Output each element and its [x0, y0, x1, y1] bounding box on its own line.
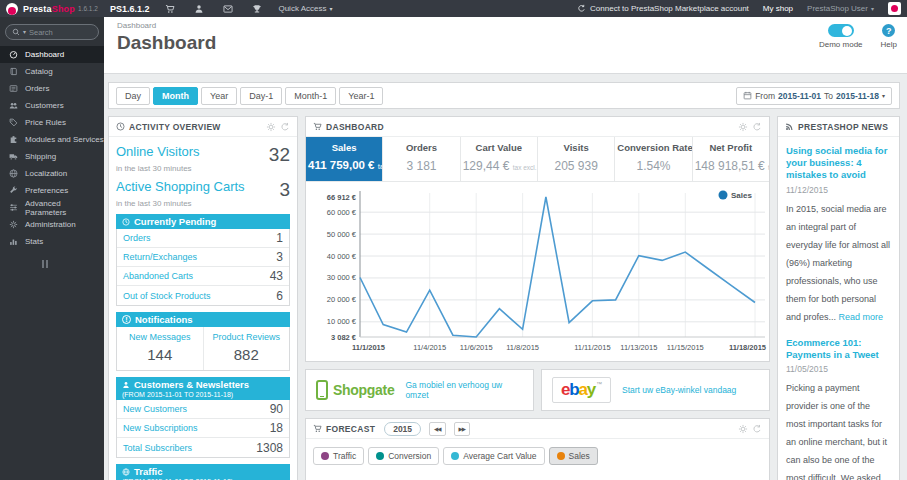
search-input[interactable] — [29, 28, 81, 37]
sidebar-item-modules-and-services[interactable]: Modules and Services — [0, 131, 104, 148]
cart-icon[interactable] — [165, 4, 175, 14]
gear-icon[interactable] — [266, 122, 276, 132]
row-label[interactable]: Out of Stock Products — [123, 291, 211, 301]
top-bar: PrestaShop 1.6.1.2 PS1.6.1.2 Quick Acces… — [0, 0, 907, 17]
online-visitors-label[interactable]: Online Visitors — [116, 144, 200, 159]
sidebar-item-stats[interactable]: Stats — [0, 233, 104, 250]
breadcrumb[interactable]: Dashboard — [117, 21, 907, 30]
ebay-banner[interactable]: ebay™ Start uw eBay-winkel vandaag — [541, 369, 770, 411]
row-label[interactable]: New Subscriptions — [123, 423, 198, 433]
legend-sales-button[interactable]: Sales — [549, 447, 598, 465]
shopgate-logo: Shopgate — [316, 380, 394, 400]
article-title[interactable]: Ecommerce 101: Payments in a Tweet — [786, 337, 891, 361]
sidebar-item-label: Shipping — [25, 152, 56, 161]
tab-year-1[interactable]: Year-1 — [339, 87, 383, 105]
kpi-visits[interactable]: Visits205 939 — [538, 137, 615, 181]
tab-day[interactable]: Day — [116, 87, 150, 105]
shopgate-link[interactable]: Ga mobiel en verhoog uw omzet — [405, 380, 523, 400]
legend-average-cart-value-button[interactable]: Average Cart Value — [443, 447, 544, 465]
sidebar-search[interactable]: ▾ — [5, 24, 99, 40]
read-more-link[interactable]: Read more — [839, 312, 884, 322]
brand-name[interactable]: PrestaShop — [23, 4, 75, 14]
sidebar-item-dashboard[interactable]: Dashboard — [0, 46, 104, 63]
sidebar-item-customers[interactable]: Customers — [0, 97, 104, 114]
legend-traffic-button[interactable]: Traffic — [313, 447, 364, 465]
active-carts-label[interactable]: Active Shopping Carts — [116, 179, 245, 194]
panel-title: ACTIVITY OVERVIEW — [129, 122, 221, 132]
sidebar-item-label: Localization — [25, 169, 67, 178]
row-label[interactable]: Return/Exchanges — [123, 252, 197, 262]
tab-day-1[interactable]: Day-1 — [240, 87, 282, 105]
sidebar-item-preferences[interactable]: Preferences — [0, 182, 104, 199]
gear-icon[interactable] — [738, 122, 748, 132]
refresh-icon[interactable] — [752, 424, 762, 434]
sidebar-item-label: Dashboard — [25, 50, 64, 59]
panel-title: FORECAST — [326, 424, 375, 434]
refresh-icon[interactable] — [752, 122, 762, 132]
online-visitors-value: 32 — [269, 144, 290, 166]
svg-text:30 000 €: 30 000 € — [327, 273, 357, 282]
people-icon — [9, 101, 18, 110]
cart-icon — [313, 122, 322, 131]
sidebar-item-advanced-parameters[interactable]: Advanced Parameters — [0, 199, 104, 216]
legend-conversion-button[interactable]: Conversion — [368, 447, 439, 465]
shopgate-banner[interactable]: Shopgate Ga mobiel en verhoog uw omzet — [305, 369, 534, 411]
tab-month-1[interactable]: Month-1 — [285, 87, 336, 105]
trophy-icon[interactable] — [252, 4, 262, 14]
demo-mode-toggle[interactable] — [828, 24, 854, 37]
sidebar-item-localization[interactable]: Localization — [0, 165, 104, 182]
cell-label[interactable]: Product Reviews — [204, 332, 290, 342]
envelope-icon[interactable] — [223, 4, 233, 14]
user-menu[interactable]: PrestaShop User▾ — [807, 4, 874, 13]
kpi-net-profit[interactable]: Net Profit148 918,51 € tax excl. — [693, 137, 769, 181]
employee-icon[interactable] — [194, 4, 204, 14]
forecast-year[interactable]: 2015 — [384, 422, 421, 436]
article-title[interactable]: Using social media for your business: 4 … — [786, 145, 891, 181]
tab-month[interactable]: Month — [153, 87, 198, 105]
sidebar-item-administration[interactable]: Administration — [0, 216, 104, 233]
rss-icon — [785, 122, 794, 131]
module-banners: Shopgate Ga mobiel en verhoog uw omzet e… — [305, 369, 770, 411]
row-value: 43 — [270, 269, 283, 283]
sidebar-item-catalog[interactable]: Catalog — [0, 63, 104, 80]
row-label[interactable]: Orders — [123, 233, 151, 243]
kpi-orders[interactable]: Orders3 181 — [383, 137, 460, 181]
row-label[interactable]: Abandoned Carts — [123, 271, 193, 281]
search-icon[interactable] — [12, 28, 20, 36]
avatar[interactable] — [888, 2, 901, 15]
kpi-cart-value[interactable]: Cart Value129,44 € tax excl. — [461, 137, 538, 181]
refresh-icon[interactable] — [280, 122, 290, 132]
ebay-logo: ebay™ — [552, 377, 611, 403]
date-range-picker[interactable]: From 2015-11-01 To 2015-11-18 ▾ — [736, 87, 892, 105]
notifications-header: !Notifications — [116, 312, 290, 327]
ebay-link[interactable]: Start uw eBay-winkel vandaag — [622, 385, 736, 395]
next-year-button[interactable]: ▶▶ — [454, 422, 470, 436]
my-shop-link[interactable]: My shop — [763, 4, 793, 13]
bar-chart-icon — [9, 237, 18, 246]
date-toolbar: Day Month Year Day-1 Month-1 Year-1 From… — [108, 82, 900, 109]
row-label[interactable]: New Customers — [123, 404, 187, 414]
row-label[interactable]: Total Subscribers — [123, 443, 192, 453]
list-item: Total Subscribers1308 — [117, 438, 289, 457]
sidebar-item-orders[interactable]: Orders — [0, 80, 104, 97]
help-icon[interactable]: ? — [882, 24, 895, 37]
quick-access-menu[interactable]: Quick Access▾ — [278, 4, 332, 13]
sidebar-item-shipping[interactable]: Shipping — [0, 148, 104, 165]
tab-year[interactable]: Year — [201, 87, 237, 105]
marketplace-link[interactable]: Connect to PrestaShop Marketplace accoun… — [577, 4, 749, 13]
svg-text:11/4/2015: 11/4/2015 — [413, 343, 446, 352]
prestashop-logo[interactable] — [6, 3, 18, 15]
kpi-sales[interactable]: Sales411 759,00 € tax excl. — [306, 137, 383, 181]
chevron-down-icon[interactable]: ▾ — [23, 29, 26, 35]
sidebar-item-label: Advanced Parameters — [25, 199, 104, 217]
forecast-panel: FORECAST 2015 ◀◀ ▶▶ Traffic Conversion A… — [305, 418, 770, 480]
kpi-conversion-rate[interactable]: Conversion Rate1.54% — [615, 137, 692, 181]
list-item: Abandoned Carts43 — [117, 267, 289, 286]
sidebar-item-price-rules[interactable]: Price Rules — [0, 114, 104, 131]
svg-text:66 912 €: 66 912 € — [327, 193, 357, 202]
previous-year-button[interactable]: ◀◀ — [429, 422, 445, 436]
cell-label[interactable]: New Messages — [117, 332, 203, 342]
sales-dot-icon — [557, 452, 565, 460]
gear-icon[interactable] — [738, 424, 748, 434]
sidebar-collapse-button[interactable] — [42, 260, 104, 268]
